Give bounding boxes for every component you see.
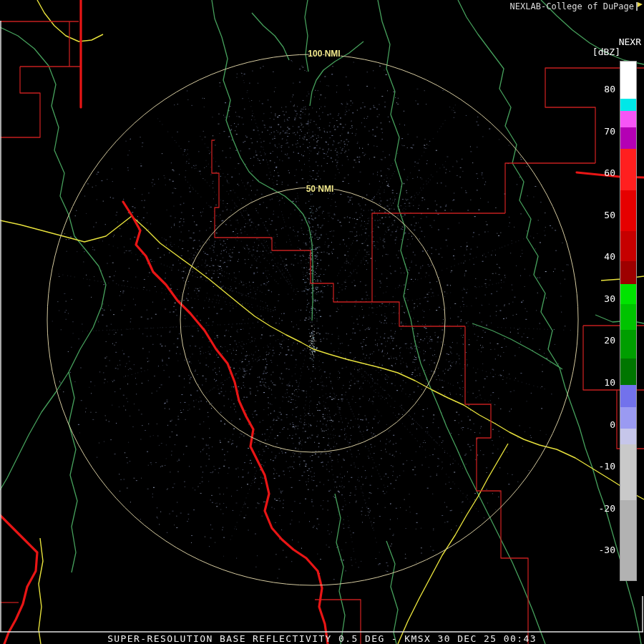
range-rings-layer [47,54,578,585]
river-line [0,27,106,490]
rivers-layer [0,0,644,644]
colorbar-segment [620,127,636,149]
brand-text[interactable]: NEXLAB-College of DuPage [510,1,634,11]
colorbar-segment [620,358,636,385]
county-boundary-line [465,326,528,644]
river-line [212,0,313,321]
highway-line [398,444,508,644]
state-border-line [123,202,328,644]
county-boundary-line [0,67,40,137]
river-line [378,0,545,644]
range-ring-100nmi [47,54,578,585]
colorbar-segment [620,62,636,99]
colorbar-segment [620,330,636,358]
colorbar-segment [620,385,636,407]
county-boundary-line [372,302,465,326]
state-border-line [0,515,37,644]
range-ring-label-50: 50 NMI [306,184,334,194]
colorbar-segment [620,284,636,304]
range-ring-label-100: 100 NMI [308,49,340,59]
highway-line [0,216,644,499]
river-line [386,541,398,644]
river-line [252,13,289,60]
colorbar-segment [620,304,636,330]
product-caption: SUPER-RESOLUTION BASE REFLECTIVITY 0.5 D… [0,633,644,644]
radar-viewer: 100 NMI 50 NMI NEXLAB-College of DuPage … [0,0,644,644]
colorbar [620,61,637,581]
colorbar-segment [620,500,636,580]
colorbar-segments [620,62,636,580]
colorbar-segment [620,231,636,261]
highway-line [37,0,103,42]
colorbar-segment [620,444,636,500]
colorbar-segment [620,429,636,444]
river-line [69,372,77,572]
counties-layer [0,21,644,644]
county-boundary-line [505,163,595,213]
river-line [335,494,345,644]
colorbar-segment [620,99,636,111]
county-boundary-line [311,250,372,302]
frame-layer [0,21,643,632]
colorbar-title: NEXR [619,36,641,47]
colorbar-segment [620,261,636,284]
river-line [305,0,308,72]
county-boundary-line [372,213,505,302]
highway-line [39,538,43,644]
colorbar-units: [dBZ] [592,47,620,57]
colorbar-segment [620,111,636,127]
colorbar-segment [620,190,636,231]
colorbar-segment [620,149,636,190]
map-overlay [0,0,644,644]
county-boundary-line [212,140,311,250]
cod-logo-icon[interactable] [635,1,643,11]
colorbar-segment [620,407,636,429]
